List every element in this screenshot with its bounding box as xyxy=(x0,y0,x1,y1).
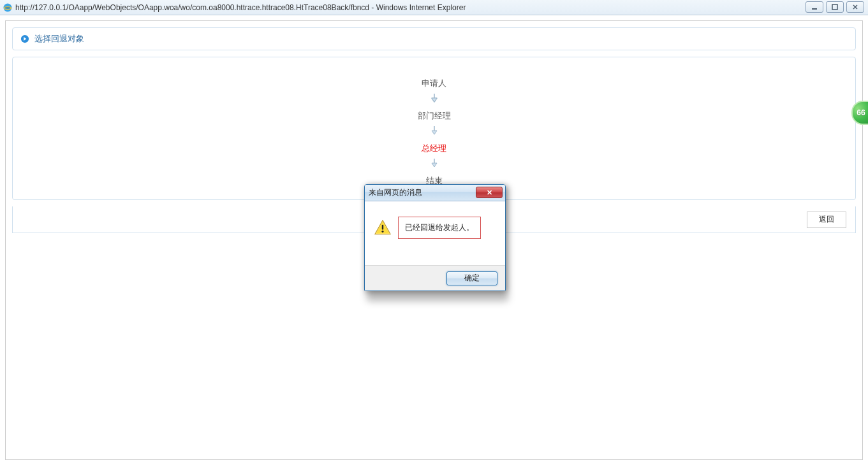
dialog-title-bar: 来自网页的消息 ✕ xyxy=(365,185,505,201)
svg-rect-3 xyxy=(832,4,837,10)
side-badge[interactable]: 66 xyxy=(851,101,868,125)
flow-step-dept-manager: 部门经理 xyxy=(13,110,855,122)
close-window-button[interactable] xyxy=(846,1,864,13)
close-icon: ✕ xyxy=(487,189,492,197)
address-bar-text: http://127.0.0.1/OAapp/WebObjects/OAapp.… xyxy=(15,3,865,12)
ie-icon xyxy=(3,3,13,13)
workflow-area: 申请人 部门经理 总经理 结束 xyxy=(12,57,856,200)
return-button[interactable]: 返回 xyxy=(807,212,846,228)
flow-step-general-manager: 总经理 xyxy=(13,143,855,154)
warning-icon xyxy=(374,219,392,236)
dialog-close-button[interactable]: ✕ xyxy=(476,187,503,198)
panel-header: 选择回退对象 xyxy=(12,27,856,50)
dialog-title-text: 来自网页的消息 xyxy=(369,187,422,198)
arrow-down-icon xyxy=(430,158,439,169)
flow-step-applicant: 申请人 xyxy=(13,78,855,89)
ok-button[interactable]: 确定 xyxy=(446,271,497,285)
arrow-down-icon xyxy=(430,126,439,137)
arrow-down-icon xyxy=(430,93,439,104)
dialog-body: 已经回退给发起人。 xyxy=(365,201,505,265)
panel-title: 选择回退对象 xyxy=(34,33,84,45)
svg-rect-5 xyxy=(382,225,383,230)
window-controls xyxy=(805,1,864,13)
arrow-circle-icon xyxy=(20,34,29,43)
alert-dialog: 来自网页的消息 ✕ 已经回退给发起人。 确定 xyxy=(364,184,506,291)
dialog-footer: 确定 xyxy=(365,265,505,291)
dialog-message: 已经回退给发起人。 xyxy=(398,217,481,239)
minimize-button[interactable] xyxy=(805,1,823,13)
browser-title-bar: http://127.0.0.1/OAapp/WebObjects/OAapp.… xyxy=(0,0,868,15)
svg-point-6 xyxy=(381,231,383,233)
maximize-button[interactable] xyxy=(826,1,844,13)
svg-rect-2 xyxy=(812,8,817,10)
